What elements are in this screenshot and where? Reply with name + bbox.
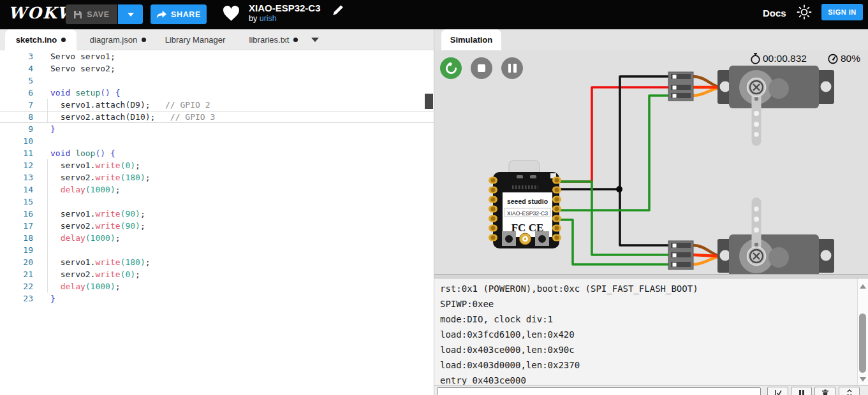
editor-scrollbar-thumb[interactable] bbox=[425, 94, 433, 109]
project-byline: by urish bbox=[249, 14, 321, 24]
tab-label: sketch.ino bbox=[16, 35, 57, 45]
line-text bbox=[33, 244, 434, 256]
code-line[interactable]: 7 servo1.attach(D9); // GPIO 2 bbox=[0, 99, 434, 111]
favorite-button[interactable] bbox=[223, 6, 240, 22]
code-line[interactable]: 19 bbox=[0, 244, 434, 256]
code-line[interactable]: 15 bbox=[0, 196, 434, 208]
line-text: servo1.write(0); bbox=[33, 159, 434, 171]
caret-down-icon bbox=[128, 13, 134, 17]
wire-junction-dot[interactable] bbox=[616, 186, 622, 192]
line-number: 7 bbox=[0, 99, 33, 111]
connector-pins bbox=[671, 74, 691, 98]
wire-green-servo2-signal[interactable] bbox=[559, 220, 668, 264]
byline-prefix: by bbox=[249, 14, 257, 23]
code-line[interactable]: 11void loop() { bbox=[0, 147, 434, 159]
wire-green-servo2-mid[interactable] bbox=[559, 182, 668, 255]
restart-simulation-button[interactable] bbox=[440, 57, 462, 79]
wire-red-5v[interactable] bbox=[559, 87, 668, 182]
autoscroll-button[interactable] bbox=[767, 387, 788, 395]
code-line[interactable]: 17 servo2.write(90); bbox=[0, 220, 434, 232]
code-line[interactable]: 9} bbox=[0, 123, 434, 135]
save-button[interactable]: SAVE bbox=[66, 4, 117, 24]
sign-in-button[interactable]: SIGN IN bbox=[821, 4, 863, 20]
line-number: 3 bbox=[0, 50, 33, 62]
project-title-block: XIAO-ESP32-C3 by urish bbox=[249, 2, 321, 24]
stop-simulation-button[interactable] bbox=[471, 57, 492, 79]
author-link[interactable]: urish bbox=[260, 14, 277, 23]
serial-scrollbar-thumb[interactable] bbox=[859, 313, 866, 373]
tab-label: Simulation bbox=[450, 35, 492, 45]
scroll-up-arrow-icon[interactable] bbox=[860, 284, 866, 289]
serial-scrollbar[interactable] bbox=[857, 278, 868, 385]
code-line[interactable]: 8 servo2.attach(D10); // GPIO 3 bbox=[0, 111, 434, 123]
save-dropdown-button[interactable] bbox=[118, 4, 143, 24]
servo1-connector[interactable] bbox=[668, 72, 717, 101]
tab-simulation[interactable]: Simulation bbox=[441, 29, 501, 50]
servo2-wire-red bbox=[693, 255, 717, 256]
line-text: servo1.write(180); bbox=[33, 256, 434, 268]
trash-icon bbox=[821, 389, 829, 395]
code-line[interactable]: 23} bbox=[0, 292, 434, 305]
code-line[interactable]: 6void setup() { bbox=[0, 87, 434, 99]
unsaved-dot bbox=[61, 38, 66, 42]
tab-label: libraries.txt bbox=[249, 35, 290, 45]
xiao-esp32c3-board[interactable]: seeed studio XIAO-ESP32-C3 FC CE bbox=[489, 161, 561, 248]
simulation-canvas[interactable]: seeed studio XIAO-ESP32-C3 FC CE bbox=[434, 50, 868, 274]
docs-link[interactable]: Docs bbox=[763, 8, 786, 18]
save-label: SAVE bbox=[87, 10, 110, 19]
code-line[interactable]: 16 servo1.write(90); bbox=[0, 208, 434, 220]
servo1[interactable] bbox=[717, 66, 834, 146]
rename-project-button[interactable] bbox=[332, 4, 345, 17]
code-line[interactable]: 4Servo servo2; bbox=[0, 62, 434, 75]
serial-input[interactable] bbox=[437, 387, 761, 395]
code-line[interactable]: 22 delay(1000); bbox=[0, 280, 434, 292]
servo-gear-bump bbox=[769, 78, 789, 99]
wire-green-servo1-signal[interactable] bbox=[559, 96, 668, 210]
more-tabs-caret[interactable] bbox=[311, 38, 319, 42]
servo-gear-bump bbox=[769, 247, 789, 268]
simulation-time: 00:00.832 bbox=[750, 53, 807, 64]
tab-sketch-ino[interactable]: sketch.ino bbox=[5, 29, 77, 50]
code-line[interactable]: 10 bbox=[0, 135, 434, 147]
code-line[interactable]: 21 servo2.write(0); bbox=[0, 268, 434, 280]
wire-black-gnd-bus[interactable] bbox=[620, 76, 668, 245]
servo2[interactable] bbox=[717, 198, 834, 274]
pause-icon bbox=[508, 64, 517, 73]
code-line[interactable]: 3Servo servo1; bbox=[0, 50, 434, 62]
tab-diagram-json[interactable]: diagram.json bbox=[80, 29, 156, 50]
expand-monitor-button[interactable] bbox=[839, 387, 860, 395]
stop-icon bbox=[478, 64, 485, 72]
pause-output-button[interactable] bbox=[791, 387, 812, 395]
code-line[interactable]: 5 bbox=[0, 75, 434, 87]
pause-simulation-button[interactable] bbox=[501, 57, 523, 79]
line-text: } bbox=[33, 292, 434, 305]
code-line[interactable]: 20 servo1.write(180); bbox=[0, 256, 434, 268]
sun-icon bbox=[797, 4, 812, 20]
line-number: 13 bbox=[0, 171, 33, 183]
code-editor[interactable]: 3Servo servo1;4Servo servo2;56void setup… bbox=[0, 50, 434, 395]
code-line[interactable]: 13 servo2.write(180); bbox=[0, 171, 434, 183]
clear-output-button[interactable] bbox=[814, 387, 835, 395]
tab-library-manager[interactable]: Library Manager bbox=[161, 29, 230, 50]
serial-line: rst:0x1 (POWERON),boot:0xc (SPI_FAST_FLA… bbox=[440, 281, 857, 296]
servo2-connector[interactable] bbox=[668, 241, 717, 269]
board-brand: seeed studio bbox=[507, 198, 548, 205]
serial-panel-resize-handle[interactable] bbox=[434, 274, 868, 278]
line-text: Servo servo2; bbox=[33, 62, 434, 75]
serial-line: SPIWP:0xee bbox=[440, 296, 857, 312]
code-line[interactable]: 18 delay(1000); bbox=[0, 232, 434, 244]
code-line[interactable]: 12 servo1.write(0); bbox=[0, 159, 434, 171]
theme-toggle[interactable] bbox=[797, 4, 812, 20]
project-title: XIAO-ESP32-C3 bbox=[249, 2, 321, 14]
speedometer-icon bbox=[827, 53, 839, 64]
simulation-time-value: 00:00.832 bbox=[763, 53, 807, 64]
line-text: servo2.attach(D10); // GPIO 3 bbox=[33, 111, 434, 122]
scroll-down-arrow-icon[interactable] bbox=[860, 377, 866, 382]
line-number: 23 bbox=[0, 292, 33, 305]
code-line[interactable]: 14 delay(1000); bbox=[0, 183, 434, 196]
line-text: Servo servo1; bbox=[33, 50, 434, 62]
share-button[interactable]: SHARE bbox=[151, 4, 207, 24]
line-text bbox=[33, 196, 434, 208]
mount-hole bbox=[720, 82, 731, 92]
tab-libraries-txt[interactable]: libraries.txt bbox=[241, 29, 306, 50]
